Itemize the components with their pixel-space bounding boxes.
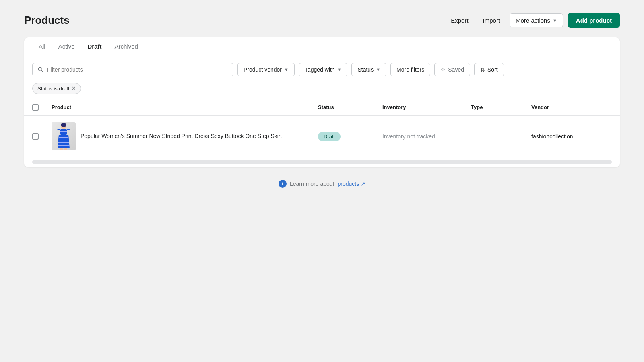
products-card: All Active Draft Archived Product vendor… xyxy=(24,37,620,167)
filters-bar: Product vendor ▼ Tagged with ▼ Status ▼ … xyxy=(24,56,620,83)
product-image xyxy=(52,122,76,150)
filter-tag-label: Status is draft xyxy=(37,86,69,92)
row-checkbox[interactable] xyxy=(32,133,39,140)
tab-archived[interactable]: Archived xyxy=(108,37,144,56)
vendor-cell: fashioncollection xyxy=(531,133,612,140)
svg-line-1 xyxy=(41,70,43,72)
chevron-down-icon: ▼ xyxy=(337,67,342,72)
svg-point-4 xyxy=(61,123,66,127)
products-link[interactable]: products ↗ xyxy=(337,181,365,187)
search-icon xyxy=(37,66,44,73)
search-box xyxy=(32,63,233,76)
status-label: Status xyxy=(357,66,374,73)
star-icon: ☆ xyxy=(440,66,446,73)
filter-tag-status-draft: Status is draft × xyxy=(32,83,81,94)
table-header: Product Status Inventory Type Vendor xyxy=(24,99,620,116)
sort-button[interactable]: ⇅ Sort xyxy=(474,63,504,76)
search-input[interactable] xyxy=(47,66,228,73)
tab-active[interactable]: Active xyxy=(52,37,81,56)
product-vendor-filter[interactable]: Product vendor ▼ xyxy=(237,63,295,76)
add-product-button[interactable]: Add product xyxy=(568,13,620,28)
sort-label: Sort xyxy=(487,66,498,73)
active-filters: Status is draft × xyxy=(24,83,620,99)
select-all-checkbox[interactable] xyxy=(32,104,39,111)
page-title: Products xyxy=(24,14,70,27)
info-icon: i xyxy=(279,180,287,188)
more-filters-button[interactable]: More filters xyxy=(390,63,430,76)
product-vendor-label: Product vendor xyxy=(244,66,282,73)
saved-label: Saved xyxy=(448,66,464,73)
tagged-with-label: Tagged with xyxy=(305,66,335,73)
svg-rect-13 xyxy=(67,129,70,130)
product-image-svg xyxy=(52,122,76,150)
svg-rect-6 xyxy=(60,131,67,132)
more-filters-label: More filters xyxy=(396,66,424,73)
product-cell: Popular Women's Summer New Striped Print… xyxy=(52,122,318,150)
tab-draft[interactable]: Draft xyxy=(81,37,108,56)
column-status: Status xyxy=(318,104,382,111)
product-name: Popular Women's Summer New Striped Print… xyxy=(80,132,282,140)
footer-info: i Learn more about products ↗ xyxy=(24,167,620,201)
column-product: Product xyxy=(52,104,318,111)
more-actions-label: More actions xyxy=(516,17,550,24)
svg-rect-14 xyxy=(60,148,63,150)
tagged-with-filter[interactable]: Tagged with ▼ xyxy=(299,63,348,76)
column-inventory: Inventory xyxy=(382,104,471,111)
tabs-bar: All Active Draft Archived xyxy=(24,37,620,56)
status-cell: Draft xyxy=(318,132,382,141)
learn-text: Learn more about xyxy=(290,181,334,187)
more-actions-button[interactable]: More actions ▼ xyxy=(510,13,563,27)
import-button[interactable]: Import xyxy=(478,14,505,27)
export-button[interactable]: Export xyxy=(446,14,473,27)
tab-all[interactable]: All xyxy=(32,37,52,56)
table-row[interactable]: Popular Women's Summer New Striped Print… xyxy=(24,116,620,157)
scrollbar[interactable] xyxy=(32,160,612,164)
svg-rect-15 xyxy=(64,148,67,150)
inventory-cell: Inventory not tracked xyxy=(382,133,471,140)
column-type: Type xyxy=(471,104,531,111)
status-badge: Draft xyxy=(318,132,341,141)
remove-filter-button[interactable]: × xyxy=(72,85,75,92)
status-filter[interactable]: Status ▼ xyxy=(351,63,386,76)
column-vendor: Vendor xyxy=(531,104,612,111)
header-actions: Export Import More actions ▼ Add product xyxy=(446,13,620,28)
chevron-down-icon: ▼ xyxy=(376,67,380,72)
saved-button[interactable]: ☆ Saved xyxy=(434,63,470,76)
chevron-down-icon: ▼ xyxy=(284,67,289,72)
svg-rect-12 xyxy=(57,129,60,130)
chevron-down-icon: ▼ xyxy=(553,18,557,23)
sort-icon: ⇅ xyxy=(480,66,485,73)
